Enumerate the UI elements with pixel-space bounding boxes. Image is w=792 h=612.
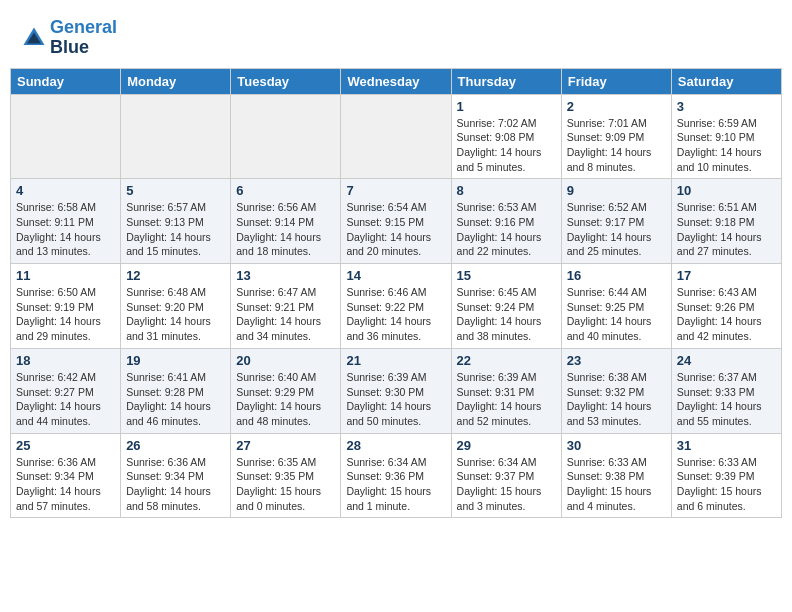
day-info: Sunrise: 6:34 AMSunset: 9:37 PMDaylight:… — [457, 455, 556, 514]
day-info: Sunrise: 6:59 AMSunset: 9:10 PMDaylight:… — [677, 116, 776, 175]
calendar-header: SundayMondayTuesdayWednesdayThursdayFrid… — [11, 68, 782, 94]
page-header: General Blue — [10, 10, 782, 62]
weekday-saturday: Saturday — [671, 68, 781, 94]
day-info: Sunrise: 6:39 AMSunset: 9:31 PMDaylight:… — [457, 370, 556, 429]
calendar-week-3: 11Sunrise: 6:50 AMSunset: 9:19 PMDayligh… — [11, 264, 782, 349]
day-number: 13 — [236, 268, 335, 283]
calendar-cell: 23Sunrise: 6:38 AMSunset: 9:32 PMDayligh… — [561, 348, 671, 433]
calendar-week-2: 4Sunrise: 6:58 AMSunset: 9:11 PMDaylight… — [11, 179, 782, 264]
calendar-cell: 6Sunrise: 6:56 AMSunset: 9:14 PMDaylight… — [231, 179, 341, 264]
day-number: 26 — [126, 438, 225, 453]
day-info: Sunrise: 6:37 AMSunset: 9:33 PMDaylight:… — [677, 370, 776, 429]
day-number: 31 — [677, 438, 776, 453]
day-number: 2 — [567, 99, 666, 114]
day-info: Sunrise: 6:36 AMSunset: 9:34 PMDaylight:… — [16, 455, 115, 514]
calendar-cell: 16Sunrise: 6:44 AMSunset: 9:25 PMDayligh… — [561, 264, 671, 349]
day-info: Sunrise: 7:02 AMSunset: 9:08 PMDaylight:… — [457, 116, 556, 175]
day-info: Sunrise: 6:34 AMSunset: 9:36 PMDaylight:… — [346, 455, 445, 514]
calendar-cell — [11, 94, 121, 179]
day-info: Sunrise: 6:35 AMSunset: 9:35 PMDaylight:… — [236, 455, 335, 514]
calendar-cell: 10Sunrise: 6:51 AMSunset: 9:18 PMDayligh… — [671, 179, 781, 264]
calendar-cell: 15Sunrise: 6:45 AMSunset: 9:24 PMDayligh… — [451, 264, 561, 349]
calendar-cell — [231, 94, 341, 179]
day-info: Sunrise: 6:36 AMSunset: 9:34 PMDaylight:… — [126, 455, 225, 514]
day-info: Sunrise: 6:43 AMSunset: 9:26 PMDaylight:… — [677, 285, 776, 344]
day-info: Sunrise: 6:41 AMSunset: 9:28 PMDaylight:… — [126, 370, 225, 429]
calendar-cell: 20Sunrise: 6:40 AMSunset: 9:29 PMDayligh… — [231, 348, 341, 433]
day-info: Sunrise: 6:40 AMSunset: 9:29 PMDaylight:… — [236, 370, 335, 429]
day-number: 1 — [457, 99, 556, 114]
calendar-cell: 12Sunrise: 6:48 AMSunset: 9:20 PMDayligh… — [121, 264, 231, 349]
day-info: Sunrise: 6:44 AMSunset: 9:25 PMDaylight:… — [567, 285, 666, 344]
day-number: 9 — [567, 183, 666, 198]
calendar-cell: 26Sunrise: 6:36 AMSunset: 9:34 PMDayligh… — [121, 433, 231, 518]
day-info: Sunrise: 6:47 AMSunset: 9:21 PMDaylight:… — [236, 285, 335, 344]
calendar-cell: 11Sunrise: 6:50 AMSunset: 9:19 PMDayligh… — [11, 264, 121, 349]
day-number: 18 — [16, 353, 115, 368]
day-info: Sunrise: 6:48 AMSunset: 9:20 PMDaylight:… — [126, 285, 225, 344]
calendar-cell: 29Sunrise: 6:34 AMSunset: 9:37 PMDayligh… — [451, 433, 561, 518]
day-number: 30 — [567, 438, 666, 453]
calendar-cell: 31Sunrise: 6:33 AMSunset: 9:39 PMDayligh… — [671, 433, 781, 518]
day-info: Sunrise: 6:57 AMSunset: 9:13 PMDaylight:… — [126, 200, 225, 259]
day-number: 14 — [346, 268, 445, 283]
calendar-cell: 25Sunrise: 6:36 AMSunset: 9:34 PMDayligh… — [11, 433, 121, 518]
weekday-friday: Friday — [561, 68, 671, 94]
day-number: 21 — [346, 353, 445, 368]
calendar-cell: 1Sunrise: 7:02 AMSunset: 9:08 PMDaylight… — [451, 94, 561, 179]
calendar-cell: 27Sunrise: 6:35 AMSunset: 9:35 PMDayligh… — [231, 433, 341, 518]
calendar-body: 1Sunrise: 7:02 AMSunset: 9:08 PMDaylight… — [11, 94, 782, 518]
day-info: Sunrise: 6:50 AMSunset: 9:19 PMDaylight:… — [16, 285, 115, 344]
calendar-cell — [121, 94, 231, 179]
day-number: 15 — [457, 268, 556, 283]
calendar-cell: 24Sunrise: 6:37 AMSunset: 9:33 PMDayligh… — [671, 348, 781, 433]
day-info: Sunrise: 6:58 AMSunset: 9:11 PMDaylight:… — [16, 200, 115, 259]
calendar-cell: 19Sunrise: 6:41 AMSunset: 9:28 PMDayligh… — [121, 348, 231, 433]
logo-icon — [20, 24, 48, 52]
calendar-table: SundayMondayTuesdayWednesdayThursdayFrid… — [10, 68, 782, 519]
calendar-cell: 30Sunrise: 6:33 AMSunset: 9:38 PMDayligh… — [561, 433, 671, 518]
day-info: Sunrise: 6:39 AMSunset: 9:30 PMDaylight:… — [346, 370, 445, 429]
day-info: Sunrise: 6:42 AMSunset: 9:27 PMDaylight:… — [16, 370, 115, 429]
calendar-cell: 28Sunrise: 6:34 AMSunset: 9:36 PMDayligh… — [341, 433, 451, 518]
day-number: 24 — [677, 353, 776, 368]
weekday-header-row: SundayMondayTuesdayWednesdayThursdayFrid… — [11, 68, 782, 94]
day-number: 3 — [677, 99, 776, 114]
day-number: 28 — [346, 438, 445, 453]
day-number: 7 — [346, 183, 445, 198]
day-info: Sunrise: 6:38 AMSunset: 9:32 PMDaylight:… — [567, 370, 666, 429]
calendar-cell: 9Sunrise: 6:52 AMSunset: 9:17 PMDaylight… — [561, 179, 671, 264]
calendar-cell — [341, 94, 451, 179]
weekday-tuesday: Tuesday — [231, 68, 341, 94]
calendar-cell: 3Sunrise: 6:59 AMSunset: 9:10 PMDaylight… — [671, 94, 781, 179]
calendar-cell: 4Sunrise: 6:58 AMSunset: 9:11 PMDaylight… — [11, 179, 121, 264]
day-number: 11 — [16, 268, 115, 283]
calendar-week-5: 25Sunrise: 6:36 AMSunset: 9:34 PMDayligh… — [11, 433, 782, 518]
day-info: Sunrise: 7:01 AMSunset: 9:09 PMDaylight:… — [567, 116, 666, 175]
day-info: Sunrise: 6:53 AMSunset: 9:16 PMDaylight:… — [457, 200, 556, 259]
day-info: Sunrise: 6:51 AMSunset: 9:18 PMDaylight:… — [677, 200, 776, 259]
weekday-thursday: Thursday — [451, 68, 561, 94]
calendar-cell: 7Sunrise: 6:54 AMSunset: 9:15 PMDaylight… — [341, 179, 451, 264]
day-number: 27 — [236, 438, 335, 453]
weekday-wednesday: Wednesday — [341, 68, 451, 94]
calendar-cell: 13Sunrise: 6:47 AMSunset: 9:21 PMDayligh… — [231, 264, 341, 349]
day-info: Sunrise: 6:46 AMSunset: 9:22 PMDaylight:… — [346, 285, 445, 344]
calendar-cell: 18Sunrise: 6:42 AMSunset: 9:27 PMDayligh… — [11, 348, 121, 433]
day-number: 19 — [126, 353, 225, 368]
calendar-cell: 21Sunrise: 6:39 AMSunset: 9:30 PMDayligh… — [341, 348, 451, 433]
weekday-monday: Monday — [121, 68, 231, 94]
day-info: Sunrise: 6:33 AMSunset: 9:39 PMDaylight:… — [677, 455, 776, 514]
calendar-cell: 17Sunrise: 6:43 AMSunset: 9:26 PMDayligh… — [671, 264, 781, 349]
day-number: 22 — [457, 353, 556, 368]
day-info: Sunrise: 6:45 AMSunset: 9:24 PMDaylight:… — [457, 285, 556, 344]
logo: General Blue — [20, 18, 117, 58]
weekday-sunday: Sunday — [11, 68, 121, 94]
day-number: 10 — [677, 183, 776, 198]
calendar-cell: 22Sunrise: 6:39 AMSunset: 9:31 PMDayligh… — [451, 348, 561, 433]
day-number: 29 — [457, 438, 556, 453]
calendar-week-4: 18Sunrise: 6:42 AMSunset: 9:27 PMDayligh… — [11, 348, 782, 433]
day-number: 16 — [567, 268, 666, 283]
day-info: Sunrise: 6:33 AMSunset: 9:38 PMDaylight:… — [567, 455, 666, 514]
day-number: 4 — [16, 183, 115, 198]
